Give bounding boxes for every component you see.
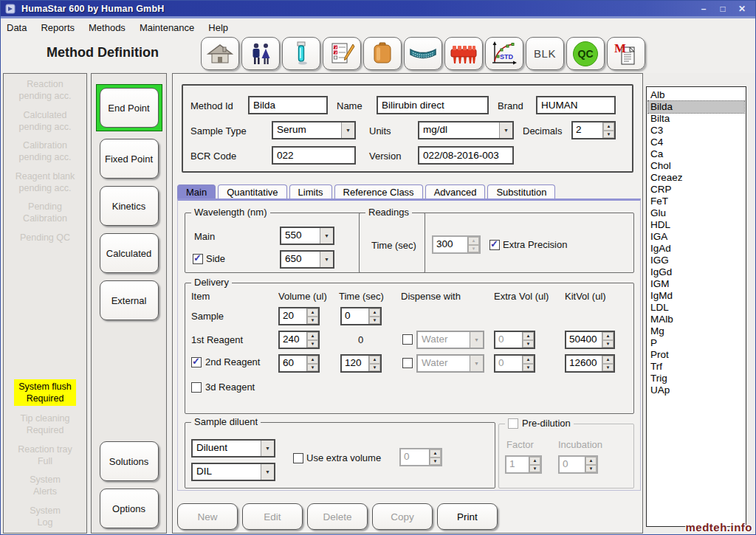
dropdown-arrow-icon[interactable] <box>341 122 354 138</box>
spinner-up-icon[interactable] <box>523 332 534 340</box>
spinner-up-icon[interactable] <box>602 356 614 364</box>
qc-button[interactable]: QC <box>566 37 605 70</box>
sample-time-spinner[interactable]: 0 <box>340 307 382 325</box>
menu-methods[interactable]: Methods <box>89 20 132 35</box>
list-item[interactable]: Trf <box>648 361 744 373</box>
reagent1-extra-vol-spinner[interactable]: 0 <box>494 331 535 349</box>
list-item[interactable]: Chol <box>648 160 744 172</box>
blank-button[interactable]: BLK <box>526 37 564 70</box>
list-item[interactable]: Creaez <box>648 172 744 184</box>
brand-input[interactable] <box>536 96 616 114</box>
solutions-button[interactable]: Solutions <box>100 441 159 481</box>
list-item[interactable]: Glu <box>648 207 744 219</box>
tab-substitution[interactable]: Substitution <box>487 184 555 200</box>
worklist-button[interactable] <box>323 37 361 70</box>
bcr-code-input[interactable] <box>272 146 356 165</box>
delete-button[interactable]: Delete <box>307 503 368 530</box>
spinner-down-icon[interactable] <box>369 317 380 325</box>
list-item[interactable]: IgGd <box>648 266 744 278</box>
dropdown-arrow-icon[interactable] <box>320 252 333 267</box>
method-report-button[interactable]: M <box>607 37 645 70</box>
list-item[interactable]: LDL <box>648 302 744 314</box>
reagent-rack-button[interactable] <box>444 37 483 70</box>
minimize-button[interactable] <box>698 4 709 14</box>
dropdown-arrow-icon[interactable] <box>320 228 333 244</box>
calibration-button[interactable]: STD <box>485 37 523 70</box>
spinner-down-icon[interactable] <box>602 364 614 372</box>
list-item[interactable]: MAlb <box>648 314 744 325</box>
tab-limits[interactable]: Limits <box>289 184 332 200</box>
close-button[interactable] <box>736 4 748 14</box>
use-extra-volume-checkbox[interactable] <box>293 453 303 463</box>
list-item[interactable]: IgAd <box>648 243 744 255</box>
spinner-down-icon[interactable] <box>307 340 318 348</box>
reagent2-extra-vol-spinner[interactable]: 0 <box>494 354 535 373</box>
spinner-up-icon[interactable] <box>307 332 318 340</box>
method-id-input[interactable] <box>248 96 328 114</box>
list-item[interactable]: IGG <box>648 255 744 266</box>
sample-tube-button[interactable] <box>282 37 320 70</box>
spinner-up-icon[interactable] <box>307 356 318 364</box>
version-input[interactable] <box>418 146 514 165</box>
list-item[interactable]: Prot <box>648 349 744 361</box>
tab-advanced[interactable]: Advanced <box>425 184 486 200</box>
list-item[interactable]: Mg <box>648 325 744 337</box>
tab-quantitative[interactable]: Quantitative <box>218 184 286 200</box>
reagent-bottle-button[interactable] <box>363 37 402 70</box>
list-item[interactable]: FeT <box>648 196 744 207</box>
reagent2-dispense-checkbox[interactable] <box>402 358 413 368</box>
list-item[interactable]: Alb <box>648 89 744 101</box>
list-item[interactable]: UAp <box>648 384 744 396</box>
sample-volume-spinner[interactable]: 20 <box>278 307 320 325</box>
new-button[interactable]: New <box>177 503 238 530</box>
wavelength-main-dropdown[interactable]: 550 <box>280 227 334 245</box>
reagent1-kitvol-spinner[interactable]: 50400 <box>565 331 615 349</box>
list-item[interactable]: CRP <box>648 184 744 196</box>
menu-reports[interactable]: Reports <box>41 20 81 35</box>
units-dropdown[interactable]: mg/dl <box>418 121 514 139</box>
reagent2-time-spinner[interactable]: 120 <box>340 354 382 373</box>
end-point-button[interactable]: End Point <box>100 88 159 128</box>
list-item[interactable]: C3 <box>648 125 744 137</box>
list-item[interactable]: Ca <box>648 148 744 160</box>
extra-precision-checkbox[interactable] <box>489 240 500 250</box>
reagent1-dispense-checkbox[interactable] <box>402 334 413 345</box>
kinetics-button[interactable]: Kinetics <box>100 186 159 226</box>
reagent1-volume-spinner[interactable]: 240 <box>278 331 320 349</box>
spinner-down-icon[interactable] <box>307 364 318 372</box>
copy-button[interactable]: Copy <box>372 503 433 530</box>
spinner-up-icon[interactable] <box>369 308 380 317</box>
list-item[interactable]: IGA <box>648 231 744 243</box>
diluent-solution-dropdown[interactable]: DIL <box>191 463 275 481</box>
cuvette-tray-button[interactable] <box>404 37 442 70</box>
list-item[interactable]: IGM <box>648 278 744 290</box>
sample-type-dropdown[interactable]: Serum <box>272 121 356 139</box>
diluent-type-dropdown[interactable]: Diluent <box>191 439 275 458</box>
spinner-up-icon[interactable] <box>523 356 534 364</box>
spinner-up-icon[interactable] <box>369 356 380 364</box>
pre-dilution-checkbox[interactable] <box>508 418 518 429</box>
patients-button[interactable] <box>241 37 280 70</box>
spinner-down-icon[interactable] <box>602 340 614 348</box>
name-input[interactable] <box>377 96 489 114</box>
reagent2-kitvol-spinner[interactable]: 12600 <box>565 354 615 373</box>
dropdown-arrow-icon[interactable] <box>261 464 274 480</box>
spinner-up-icon[interactable] <box>307 308 318 317</box>
home-button[interactable] <box>201 37 239 70</box>
tab-reference-class[interactable]: Reference Class <box>334 184 423 200</box>
reagent2-checkbox[interactable] <box>191 357 202 367</box>
spinner-down-icon[interactable] <box>523 340 534 348</box>
dropdown-arrow-icon[interactable] <box>499 122 512 138</box>
external-button[interactable]: External <box>100 280 159 320</box>
list-item[interactable]: P <box>648 337 744 349</box>
reagent2-volume-spinner[interactable]: 60 <box>278 354 320 373</box>
list-item[interactable]: C4 <box>648 137 744 148</box>
options-button[interactable]: Options <box>100 489 159 528</box>
spinner-up-icon[interactable] <box>603 122 614 131</box>
fixed-point-button[interactable]: Fixed Point <box>100 139 159 179</box>
tab-main[interactable]: Main <box>177 184 216 200</box>
list-item[interactable]: Trig <box>648 373 744 384</box>
spinner-down-icon[interactable] <box>603 131 614 139</box>
method-listbox[interactable]: Alb Bilda Bilta C3 C4 Ca Chol Creaez CRP… <box>646 86 746 527</box>
list-item-selected[interactable]: Bilda <box>648 101 744 113</box>
